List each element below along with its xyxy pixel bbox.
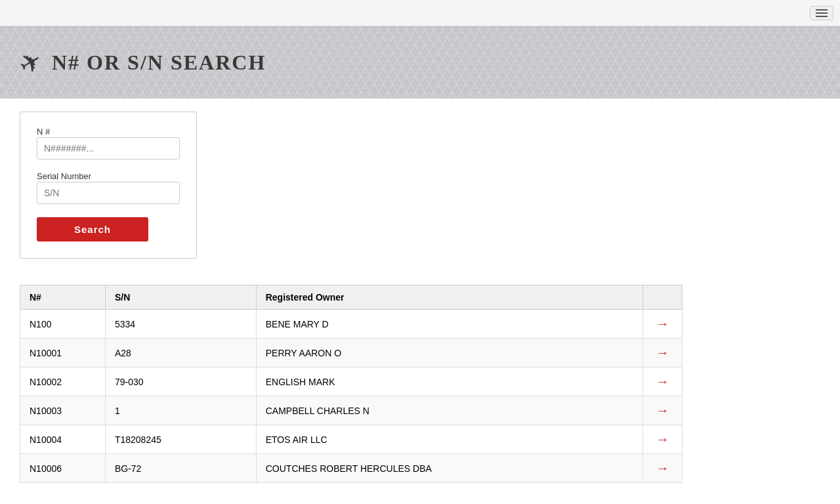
cell-owner: COUTCHES ROBERT HERCULES DBA xyxy=(256,454,642,483)
cell-n-number: N100 xyxy=(20,310,106,339)
results-table: N# S/N Registered Owner N1005334BENE MAR… xyxy=(20,285,682,483)
cell-serial-number: 1 xyxy=(105,396,256,425)
cell-serial-number: 5334 xyxy=(105,310,256,339)
table-row: N10001A28PERRY AARON O→ xyxy=(20,339,682,368)
cell-serial-number: T18208245 xyxy=(105,425,256,454)
cell-action: → xyxy=(643,339,682,368)
serial-number-input[interactable] xyxy=(37,182,180,204)
search-button[interactable]: Search xyxy=(37,217,148,242)
cell-action: → xyxy=(643,454,682,483)
hamburger-line-3 xyxy=(816,16,828,17)
table-row: N1005334BENE MARY D→ xyxy=(20,310,682,339)
main-content: N # Serial Number Search N# S/N Register… xyxy=(0,98,840,496)
table-row: N100031CAMPBELL CHARLES N→ xyxy=(20,396,682,425)
table-row: N1000279-030ENGLISH MARK→ xyxy=(20,368,682,396)
table-row: N10006BG-72COUTCHES ROBERT HERCULES DBA→ xyxy=(20,454,682,483)
cell-n-number: N10006 xyxy=(20,454,106,483)
col-header-owner: Registered Owner xyxy=(256,285,642,310)
row-detail-arrow[interactable]: → xyxy=(656,403,669,418)
cell-owner: CAMPBELL CHARLES N xyxy=(256,396,642,425)
col-header-action xyxy=(643,285,682,310)
n-number-input[interactable] xyxy=(37,137,180,159)
cell-owner: PERRY AARON O xyxy=(256,339,642,368)
row-detail-arrow[interactable]: → xyxy=(656,374,669,389)
plane-icon: ✈ xyxy=(14,44,48,81)
cell-serial-number: 79-030 xyxy=(105,368,256,396)
page-title: N# or S/N Search xyxy=(52,51,266,75)
table-header-row: N# S/N Registered Owner xyxy=(20,285,682,310)
cell-action: → xyxy=(643,310,682,339)
row-detail-arrow[interactable]: → xyxy=(656,316,669,331)
cell-action: → xyxy=(643,425,682,454)
header-banner: ✈ N# or S/N Search xyxy=(0,26,840,98)
table-row: N10004T18208245ETOS AIR LLC→ xyxy=(20,425,682,454)
cell-serial-number: A28 xyxy=(105,339,256,368)
cell-owner: ENGLISH MARK xyxy=(256,368,642,396)
cell-serial-number: BG-72 xyxy=(105,454,256,483)
nav-toggle-button[interactable] xyxy=(810,6,833,20)
row-detail-arrow[interactable]: → xyxy=(656,345,669,360)
cell-n-number: N10004 xyxy=(20,425,106,454)
cell-n-number: N10001 xyxy=(20,339,106,368)
cell-owner: ETOS AIR LLC xyxy=(256,425,642,454)
cell-action: → xyxy=(643,396,682,425)
top-nav xyxy=(0,0,840,26)
row-detail-arrow[interactable]: → xyxy=(656,432,669,447)
hamburger-line-1 xyxy=(816,9,828,10)
col-header-sn: S/N xyxy=(105,285,256,310)
cell-owner: BENE MARY D xyxy=(256,310,642,339)
n-number-label: N # xyxy=(37,127,50,136)
cell-action: → xyxy=(643,368,682,396)
col-header-n: N# xyxy=(20,285,106,310)
serial-number-label: Serial Number xyxy=(37,171,91,181)
cell-n-number: N10003 xyxy=(20,396,106,425)
search-form-card: N # Serial Number Search xyxy=(20,112,197,259)
row-detail-arrow[interactable]: → xyxy=(656,461,669,476)
hamburger-line-2 xyxy=(816,12,828,14)
cell-n-number: N10002 xyxy=(20,368,106,396)
